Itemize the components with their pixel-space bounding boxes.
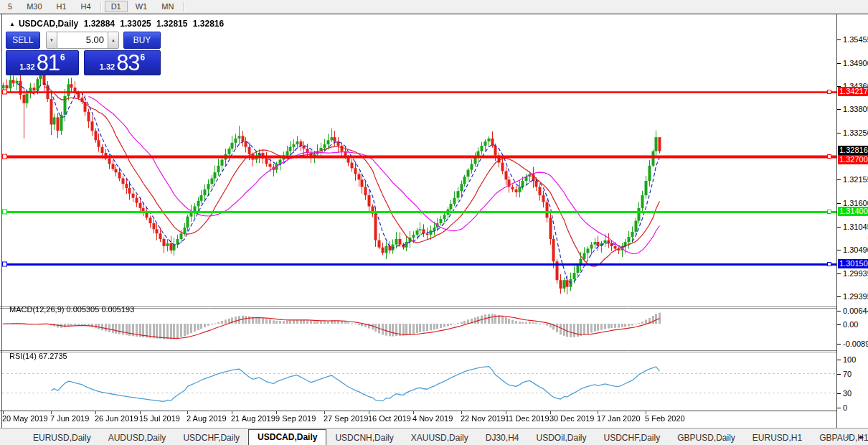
chart-symbol-label: USDCAD,Daily [19,19,78,29]
date-label: 15 Jul 2019 [139,414,180,423]
price-axis-tick: 1.32155 [837,174,868,184]
chart-tab-EURUSD-Daily[interactable]: EURUSD,Daily [24,431,100,445]
price-axis-tick: 1.29395 [837,291,868,301]
buy-price-small: 1.32 [100,62,115,71]
price-axis-tick: 1.33805 [837,104,868,114]
chart-tab-DJ30-H4[interactable]: DJ30,H4 [477,431,528,445]
tab-scroll-left-icon[interactable]: ◂ [845,432,849,441]
one-click-trade-widget: SELL ▼ 5.00 ▲ BUY 1.32 81 6 1.32 83 6 [6,32,161,75]
date-label: 11 Dec 2019 [505,414,549,423]
chart-tab-USDCNH-Daily[interactable]: USDCNH,Daily [326,431,402,445]
timeframe-button-M30[interactable]: M30 [20,1,48,12]
toolbar-separator [100,2,102,11]
date-label: 7 Jun 2019 [50,414,89,423]
rsi-axis-tick: 70 [837,369,852,379]
chart-tab-EURUSD-H1[interactable]: EURUSD,H1 [744,431,811,445]
level-price-label: 1.34217 [838,87,868,96]
chart-title: ▲USDCAD,Daily 1.32884 1.33025 1.32815 1.… [9,19,227,29]
ohlc-high: 1.33025 [120,19,151,29]
volume-decrease-button[interactable]: ▼ [46,32,57,49]
date-label: 16 Oct 2019 [368,414,411,423]
current-price-label: 1.32816 [838,146,868,155]
date-label: 27 Sep 2019 [324,414,368,423]
timeframe-button-D1[interactable]: D1 [105,1,128,12]
date-label: 20 May 2019 [2,414,48,423]
price-axis-tick: 1.34900 [837,58,868,68]
spin-up-icon: ▲ [111,38,115,42]
date-label: 17 Jan 2020 [597,414,641,423]
sell-price-pip: 6 [60,52,65,62]
chart-tab-USDCHF-Daily[interactable]: USDCHF,Daily [595,431,669,445]
tab-scroll-right-icon[interactable]: ▸ [859,432,864,441]
timeframe-button-H4[interactable]: H4 [75,1,98,12]
price-axis-tick: 1.29935 [837,268,868,278]
price-axis-tick: 1.31045 [837,222,868,232]
buy-button[interactable]: BUY [123,32,161,49]
rsi-axis-tick: 0 [837,403,847,413]
sell-price-button[interactable]: 1.32 81 6 [6,50,79,75]
level-price-label: 1.30150 [838,259,868,268]
date-label: 5 Feb 2020 [645,414,685,423]
sell-price-big: 81 [37,52,60,74]
chart-tab-XAUUSD-Daily[interactable]: XAUUSD,Daily [402,431,477,445]
volume-increase-button[interactable]: ▲ [108,32,119,49]
timeframe-toolbar: 5M30H1H4D1W1MN [0,0,868,14]
level-price-label: 1.31400 [838,207,868,216]
rsi-axis-tick: 100 [837,355,856,365]
chart-tab-USDOil-Daily[interactable]: USDOil,Daily [527,431,595,445]
timeframe-button-H1[interactable]: H1 [50,1,73,12]
chart-tab-GBPUSD-Daily[interactable]: GBPUSD,Daily [669,431,744,445]
price-chart-canvas[interactable] [0,14,836,428]
date-label: 9 Sep 2019 [275,414,316,423]
timeframe-button-5[interactable]: 5 [1,1,19,12]
macd-indicator-label: MACD(12,26,9) 0.005305 0.005193 [9,305,134,314]
date-label: 4 Nov 2019 [412,414,453,423]
macd-axis-tick: -0.008982 [837,339,868,349]
date-label: 2 Aug 2019 [187,414,227,423]
chart-tab-bar: EURUSD,DailyAUDUSD,DailyUSDCHF,DailyUSDC… [0,428,868,445]
buy-price-button[interactable]: 1.32 83 6 [84,50,161,75]
buy-price-pip: 6 [141,52,146,62]
buy-price-big: 83 [116,52,139,74]
tab-scroll-arrows: ◂ ▸ [836,432,864,441]
timeframe-button-MN[interactable]: MN [155,1,180,12]
ohlc-low: 1.32815 [156,19,187,29]
chart-tab-AUDUSD-Daily[interactable]: AUDUSD,Daily [100,431,175,445]
ohlc-close: 1.32816 [193,19,224,29]
price-axis-tick: 1.33250 [837,128,868,138]
collapse-arrow-icon[interactable]: ▲ [9,21,15,27]
timeframe-button-W1[interactable]: W1 [129,1,154,12]
level-price-label: 1.32700 [838,155,868,164]
date-label: 30 Dec 2019 [549,414,594,423]
toolbar-separator [183,2,184,11]
rsi-indicator-label: RSI(14) 67.2735 [9,352,67,360]
chart-tab-USDCAD-Daily[interactable]: USDCAD,Daily [248,429,326,445]
date-label: 22 Nov 2019 [461,414,505,423]
rsi-axis-tick: 30 [837,388,852,398]
price-axis-tick: 1.35455 [837,34,868,44]
ohlc-open: 1.32884 [84,19,115,29]
date-label: 21 Aug 2019 [231,414,275,423]
macd-axis-tick: 0.00 [837,319,858,329]
chart-tab-USDCHF-Daily[interactable]: USDCHF,Daily [174,431,248,445]
price-axis-tick: 1.30490 [837,245,868,255]
macd-axis-tick: 0.006448 [837,306,868,316]
volume-input[interactable]: 5.00 [57,32,108,49]
sell-price-small: 1.32 [19,62,34,71]
sell-button[interactable]: SELL [6,32,40,49]
spin-down-icon: ▼ [49,38,54,42]
date-label: 26 Jun 2019 [95,414,138,423]
price-axis[interactable]: 1.354551.349001.343601.338051.332501.321… [836,14,868,428]
trading-platform-window: 5M30H1H4D1W1MN ▲USDCAD,Daily 1.32884 1.3… [0,0,868,445]
